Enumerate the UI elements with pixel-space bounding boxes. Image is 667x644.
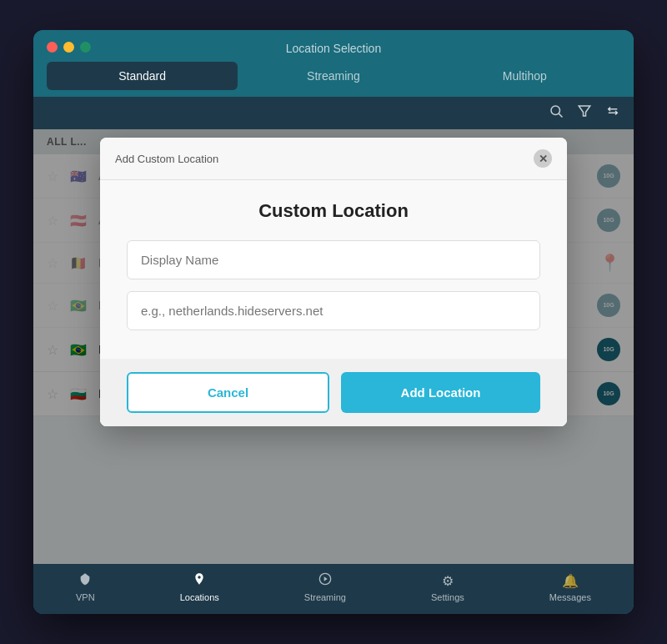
nav-label-messages: Messages (549, 592, 591, 602)
svg-marker-6 (324, 576, 328, 581)
title-bar: Location Selection (33, 30, 634, 62)
modal-title: Custom Location (127, 200, 540, 222)
nav-label-locations: Locations (180, 592, 219, 602)
nav-item-locations[interactable]: Locations (180, 572, 219, 602)
close-button[interactable] (47, 42, 58, 53)
messages-icon: 🔔 (562, 573, 579, 589)
search-icon[interactable] (549, 103, 564, 123)
tab-streaming[interactable]: Streaming (238, 62, 429, 90)
filter-icon[interactable] (577, 103, 592, 123)
app-window: Location Selection Standard Streaming Mu… (33, 30, 634, 614)
svg-marker-2 (579, 106, 590, 116)
window-title: Location Selection (286, 42, 381, 55)
nav-item-messages[interactable]: 🔔 Messages (549, 573, 591, 602)
nav-item-settings[interactable]: ⚙ Settings (431, 573, 464, 602)
tab-standard[interactable]: Standard (47, 62, 238, 90)
server-address-input[interactable] (127, 291, 540, 330)
streaming-icon (318, 572, 332, 589)
nav-item-vpn[interactable]: VPN (76, 572, 95, 602)
vpn-icon (78, 572, 92, 589)
svg-point-0 (551, 106, 560, 115)
tabs-bar: Standard Streaming Multihop (33, 62, 634, 97)
tab-multihop[interactable]: Multihop (429, 62, 620, 90)
display-name-input[interactable] (127, 240, 540, 279)
custom-location-modal: Add Custom Location ✕ Custom Location Ca… (100, 138, 567, 426)
add-location-button[interactable]: Add Location (341, 372, 540, 413)
maximize-button[interactable] (80, 42, 91, 53)
modal-overlay: Add Custom Location ✕ Custom Location Ca… (33, 129, 634, 564)
sort-icon[interactable] (605, 103, 620, 123)
settings-icon: ⚙ (442, 573, 454, 589)
bottom-nav: VPN Locations Streaming ⚙ Settings 🔔 Mes… (33, 564, 634, 614)
modal-close-button[interactable]: ✕ (534, 149, 552, 168)
window-controls (47, 42, 91, 53)
nav-label-vpn: VPN (76, 592, 95, 602)
modal-header-title: Add Custom Location (115, 153, 218, 165)
minimize-button[interactable] (63, 42, 74, 53)
modal-header: Add Custom Location ✕ (100, 138, 567, 180)
nav-label-settings: Settings (431, 592, 464, 602)
cancel-button[interactable]: Cancel (127, 372, 329, 413)
locations-icon (193, 572, 206, 589)
svg-line-1 (559, 113, 562, 117)
modal-actions: Cancel Add Location (100, 359, 567, 426)
content-area: ALL L... ☆ 🇦🇺 Australia 10G ☆ 🇦🇹 Austria… (33, 129, 634, 564)
modal-body: Custom Location Cancel Add Location (100, 180, 567, 426)
toolbar (33, 97, 634, 129)
nav-item-streaming[interactable]: Streaming (304, 572, 346, 602)
nav-label-streaming: Streaming (304, 592, 346, 602)
